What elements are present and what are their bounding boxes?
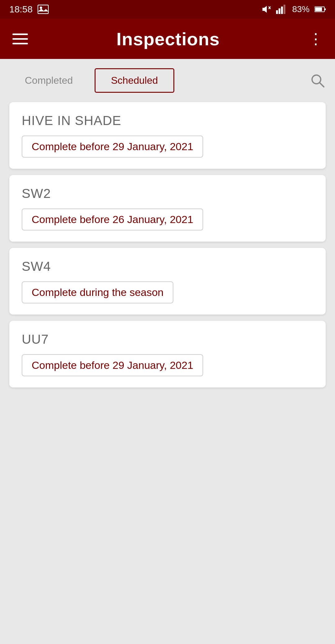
inspection-list: HIVE IN SHADE Complete before 29 January… xyxy=(0,99,335,391)
inspection-card-uu7[interactable]: UU7 Complete before 29 January, 2021 xyxy=(9,321,326,387)
inspection-title-sw4: SW4 xyxy=(22,259,313,274)
hamburger-menu-button[interactable] xyxy=(12,34,28,44)
hamburger-line-3 xyxy=(12,43,28,44)
app-bar: Inspections ⋮ xyxy=(0,19,335,59)
status-bar-right: 83% xyxy=(261,4,326,14)
battery-icon xyxy=(315,6,326,12)
svg-rect-10 xyxy=(315,7,322,11)
tab-scheduled[interactable]: Scheduled xyxy=(95,68,174,93)
more-options-button[interactable]: ⋮ xyxy=(308,30,323,47)
svg-line-13 xyxy=(320,83,324,87)
svg-rect-6 xyxy=(279,8,280,14)
svg-rect-7 xyxy=(281,7,283,14)
svg-point-1 xyxy=(40,7,42,9)
svg-rect-0 xyxy=(38,5,48,14)
status-bar-left: 18:58 xyxy=(9,4,49,15)
inspection-badge-hive-in-shade: Complete before 29 January, 2021 xyxy=(22,136,203,158)
image-icon xyxy=(38,5,49,14)
inspection-title-sw2: SW2 xyxy=(22,186,313,201)
tab-completed[interactable]: Completed xyxy=(9,69,88,92)
inspection-badge-uu7: Complete before 29 January, 2021 xyxy=(22,354,203,376)
tab-bar: Completed Scheduled xyxy=(0,59,335,99)
signal-icon xyxy=(276,5,287,14)
inspection-card-hive-in-shade[interactable]: HIVE IN SHADE Complete before 29 January… xyxy=(9,102,326,169)
inspection-card-sw4[interactable]: SW4 Complete during the season xyxy=(9,248,326,315)
search-button[interactable] xyxy=(310,73,326,89)
inspection-badge-sw4: Complete during the season xyxy=(22,281,173,303)
battery-percent: 83% xyxy=(292,4,310,14)
svg-rect-8 xyxy=(284,5,285,14)
inspection-card-sw2[interactable]: SW2 Complete before 26 January, 2021 xyxy=(9,175,326,242)
inspection-badge-sw2: Complete before 26 January, 2021 xyxy=(22,208,203,230)
svg-marker-2 xyxy=(262,6,267,13)
inspection-title-uu7: UU7 xyxy=(22,332,313,347)
mute-icon xyxy=(261,5,271,14)
status-bar: 18:58 83% xyxy=(0,0,335,19)
svg-rect-5 xyxy=(276,10,278,14)
page-title: Inspections xyxy=(116,29,220,49)
hamburger-line-1 xyxy=(12,34,28,35)
status-time: 18:58 xyxy=(9,4,33,15)
svg-rect-11 xyxy=(325,8,326,10)
hamburger-line-2 xyxy=(12,38,28,40)
search-icon xyxy=(310,73,326,89)
inspection-title-hive-in-shade: HIVE IN SHADE xyxy=(22,113,313,128)
